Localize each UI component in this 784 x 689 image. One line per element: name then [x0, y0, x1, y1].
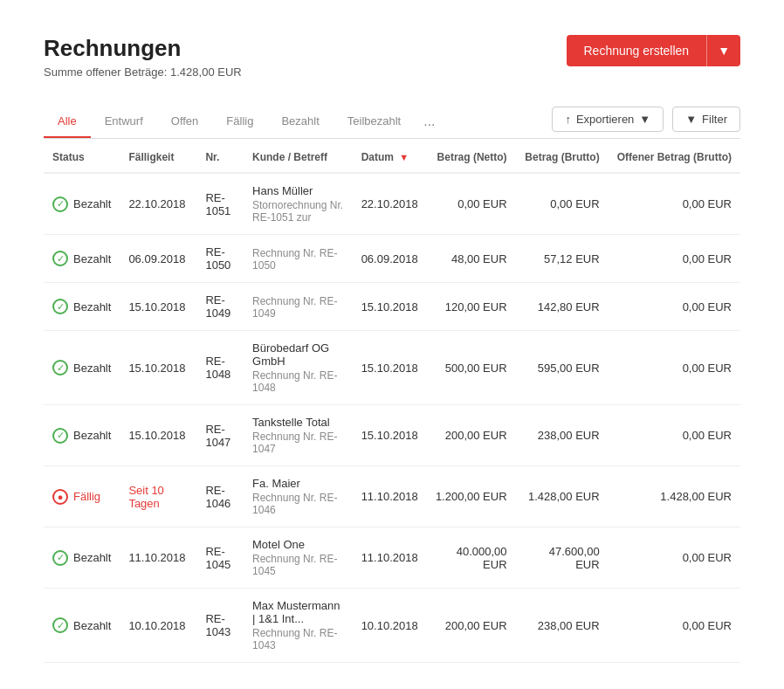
- invoice-date: 10.10.2018: [353, 589, 427, 663]
- invoice-nr: RE-1045: [196, 527, 244, 589]
- table-row[interactable]: ✓Bezahlt22.10.2018RE-1051Hans MüllerStor…: [44, 173, 740, 235]
- betrag-netto: 48,00 EUR: [427, 235, 516, 283]
- filter-button[interactable]: ▼ Filter: [672, 107, 740, 132]
- filter-icon: ▼: [685, 113, 697, 126]
- tab-faellig[interactable]: Fällig: [212, 106, 267, 138]
- offener-betrag: 0,00 EUR: [609, 527, 740, 589]
- table-row[interactable]: ✓Bezahlt06.09.2018RE-1050Rechnung Nr. RE…: [44, 235, 740, 283]
- betrag-brutto: 238,00 EUR: [516, 405, 609, 466]
- betrag-brutto: 0,00 EUR: [516, 173, 609, 235]
- status-badge: Bezahlt: [73, 619, 111, 632]
- customer-subject: Stornorechnung Nr. RE-1051 zur: [252, 199, 344, 224]
- bezahlt-icon: ✓: [52, 251, 68, 266]
- faellig-icon: ●: [52, 489, 68, 505]
- invoice-date: 15.10.2018: [353, 331, 427, 405]
- table-row[interactable]: ✓Bezahlt10.10.2018RE-1043Max Mustermann …: [44, 589, 740, 663]
- tab-teilbezahlt[interactable]: Teilbezahlt: [334, 106, 415, 138]
- export-icon: ↑: [565, 113, 571, 126]
- betrag-brutto: 1.428,00 EUR: [516, 466, 609, 527]
- betrag-netto: 120,00 EUR: [427, 283, 516, 331]
- status-badge: Bezahlt: [73, 551, 111, 564]
- bezahlt-icon: ✓: [52, 617, 68, 633]
- offener-betrag: 0,00 EUR: [609, 235, 740, 283]
- customer-cell: Max Mustermann | 1&1 Int...Rechnung Nr. …: [244, 589, 353, 663]
- offener-betrag: 0,00 EUR: [609, 173, 740, 235]
- customer-subject: Rechnung Nr. RE-1050: [252, 247, 344, 272]
- customer-cell: Hans MüllerStornorechnung Nr. RE-1051 zu…: [244, 173, 353, 235]
- col-faelligkeit: Fälligkeit: [120, 139, 196, 173]
- sort-arrow-icon: ▼: [399, 152, 409, 162]
- betrag-brutto: 47.600,00 EUR: [516, 527, 609, 589]
- col-betrag-brutto: Betrag (Brutto): [516, 139, 609, 173]
- faelligkeit-cell: 22.10.2018: [120, 173, 196, 235]
- invoice-date: 11.10.2018: [353, 527, 427, 589]
- offener-betrag: 0,00 EUR: [609, 331, 740, 405]
- create-invoice-button[interactable]: Rechnung erstellen: [567, 35, 707, 66]
- table-row[interactable]: ✓Bezahlt15.10.2018RE-1048Bürobedarf OG G…: [44, 331, 740, 405]
- tab-bezahlt[interactable]: Bezahlt: [267, 106, 333, 138]
- header-left: Rechnungen Summe offener Beträge: 1.428,…: [44, 35, 242, 79]
- invoice-nr: RE-1049: [196, 283, 244, 331]
- faelligkeit-cell: 06.09.2018: [120, 235, 196, 283]
- tab-more[interactable]: ...: [415, 105, 444, 138]
- tabs-left: Alle Entwurf Offen Fällig Bezahlt Teilbe…: [44, 105, 444, 138]
- status-badge: Bezahlt: [73, 362, 111, 375]
- table-row[interactable]: ✓Bezahlt11.10.2018RE-1045Motel OneRechnu…: [44, 527, 740, 589]
- invoice-date: 15.10.2018: [353, 283, 427, 331]
- export-button[interactable]: ↑ Exportieren ▼: [552, 107, 664, 132]
- customer-subject: Rechnung Nr. RE-1043: [252, 627, 344, 651]
- page-header: Rechnungen Summe offener Beträge: 1.428,…: [44, 35, 740, 79]
- customer-subject: Rechnung Nr. RE-1047: [252, 431, 344, 455]
- invoice-nr: RE-1047: [196, 405, 244, 466]
- customer-name: Bürobedarf OG GmbH: [252, 341, 344, 368]
- betrag-netto: 200,00 EUR: [427, 405, 516, 466]
- customer-cell: Fa. MaierRechnung Nr. RE-1046: [244, 466, 353, 527]
- table-row[interactable]: ●FälligSeit 10 TagenRE-1046Fa. MaierRech…: [44, 466, 740, 527]
- invoice-nr: RE-1046: [196, 466, 244, 527]
- customer-cell: Bürobedarf OG GmbHRechnung Nr. RE-1048: [244, 331, 353, 405]
- col-offener-betrag: Offener Betrag (Brutto): [609, 139, 740, 173]
- customer-subject: Rechnung Nr. RE-1049: [252, 295, 344, 320]
- faelligkeit-cell: Seit 10 Tagen: [120, 466, 196, 527]
- betrag-netto: 0,00 EUR: [427, 173, 516, 235]
- col-kunde: Kunde / Betreff: [244, 139, 353, 173]
- invoice-date: 06.09.2018: [353, 235, 427, 283]
- tabs-right: ↑ Exportieren ▼ ▼ Filter: [552, 107, 740, 137]
- invoices-table: Status Fälligkeit Nr. Kunde / Betreff Da…: [44, 139, 740, 663]
- tab-alle[interactable]: Alle: [44, 106, 91, 138]
- invoice-date: 15.10.2018: [353, 405, 427, 466]
- bezahlt-icon: ✓: [52, 428, 68, 444]
- customer-cell: Motel OneRechnung Nr. RE-1045: [244, 527, 353, 589]
- table-row[interactable]: ✓Bezahlt15.10.2018RE-1049Rechnung Nr. RE…: [44, 283, 740, 331]
- offener-betrag: 0,00 EUR: [609, 283, 740, 331]
- customer-name: Fa. Maier: [252, 477, 344, 490]
- header-subtitle: Summe offener Beträge: 1.428,00 EUR: [44, 65, 242, 79]
- faelligkeit-cell: 10.10.2018: [120, 589, 196, 663]
- header-right: Rechnung erstellen ▼: [567, 35, 741, 66]
- offener-betrag: 0,00 EUR: [609, 405, 740, 466]
- tab-entwurf[interactable]: Entwurf: [91, 106, 157, 138]
- page: Rechnungen Summe offener Beträge: 1.428,…: [0, 0, 784, 689]
- create-invoice-dropdown-button[interactable]: ▼: [706, 35, 740, 66]
- status-badge: Bezahlt: [73, 429, 111, 442]
- faelligkeit-date: Seit 10 Tagen: [128, 484, 163, 510]
- offener-betrag: 1.428,00 EUR: [609, 466, 740, 527]
- col-datum[interactable]: Datum ▼: [353, 139, 427, 173]
- faelligkeit-cell: 15.10.2018: [120, 283, 196, 331]
- table-row[interactable]: ✓Bezahlt15.10.2018RE-1047Tankstelle Tota…: [44, 405, 740, 466]
- invoice-date: 22.10.2018: [353, 173, 427, 235]
- invoice-nr: RE-1050: [196, 235, 244, 283]
- invoice-date: 11.10.2018: [353, 466, 427, 527]
- customer-subject: Rechnung Nr. RE-1048: [252, 369, 344, 394]
- customer-name: Hans Müller: [252, 184, 344, 197]
- bezahlt-icon: ✓: [52, 360, 68, 376]
- tab-offen[interactable]: Offen: [157, 106, 213, 138]
- betrag-netto: 500,00 EUR: [427, 331, 516, 405]
- col-status: Status: [44, 139, 120, 173]
- bezahlt-icon: ✓: [52, 196, 68, 212]
- invoice-nr: RE-1051: [196, 173, 244, 235]
- customer-name: Tankstelle Total: [252, 416, 344, 429]
- customer-name: Motel One: [252, 538, 344, 551]
- faelligkeit-cell: 15.10.2018: [120, 331, 196, 405]
- status-badge: Fällig: [73, 490, 100, 503]
